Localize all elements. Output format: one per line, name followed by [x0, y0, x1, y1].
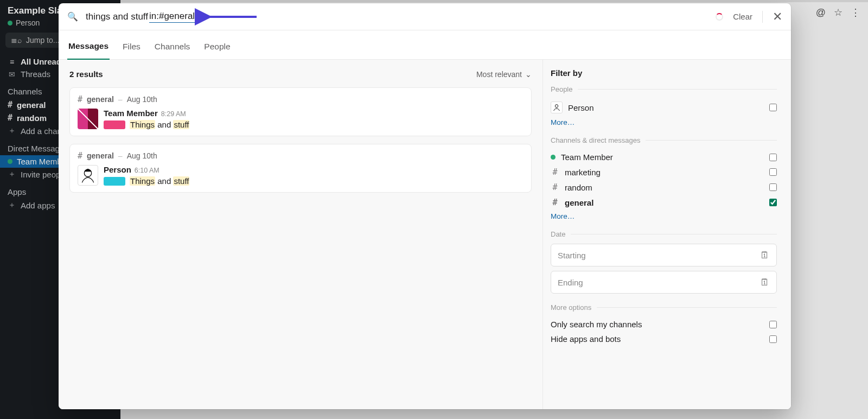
more-people[interactable]: More…	[551, 118, 575, 126]
checkbox[interactable]	[769, 183, 777, 191]
loading-spinner-icon	[716, 13, 723, 21]
checkbox[interactable]	[769, 321, 777, 328]
calendar-icon[interactable]: 🗓	[760, 277, 770, 288]
checkbox[interactable]	[769, 104, 777, 111]
hash-icon: #	[551, 198, 559, 207]
date-starting[interactable]: 🗓	[551, 244, 777, 266]
text-cursor-icon	[196, 11, 197, 22]
result-date: Aug 10th	[127, 95, 157, 104]
avatar	[78, 109, 98, 129]
attachment-chip-icon	[104, 177, 125, 186]
svg-point-2	[555, 105, 558, 107]
filters-pane: Filter by People Person More… Channels &…	[542, 60, 791, 409]
search-modifier: in:#general	[149, 11, 195, 23]
filter-channels-label: Channels & direct messages	[551, 136, 777, 144]
tab-people[interactable]: People	[203, 42, 231, 59]
hash-icon: #	[551, 167, 559, 177]
filter-title: Filter by	[551, 68, 777, 78]
search-icon: 🔍	[67, 11, 78, 22]
filter-person[interactable]: Person	[551, 99, 777, 116]
tab-files[interactable]: Files	[122, 42, 142, 59]
calendar-icon[interactable]: 🗓	[760, 250, 770, 261]
chevron-down-icon: ⌄	[525, 70, 532, 79]
tab-channels[interactable]: Channels	[154, 42, 192, 59]
presence-dot-icon	[551, 155, 556, 160]
result-date: Aug 10th	[127, 151, 157, 160]
result-text: Things and stuff	[130, 176, 189, 186]
checkbox[interactable]	[769, 199, 777, 206]
close-icon[interactable]: ✕	[773, 11, 782, 23]
filter-entry-general[interactable]: #general	[551, 195, 777, 210]
sort-dropdown[interactable]: Most relevant⌄	[476, 70, 532, 79]
clear-button[interactable]: Clear	[733, 12, 752, 21]
hash-icon: #	[551, 182, 559, 192]
filter-people-label: People	[551, 85, 777, 93]
date-ending-input[interactable]	[558, 278, 760, 287]
avatar-icon	[551, 101, 563, 113]
filter-only-my-channels[interactable]: Only search my channels	[551, 317, 777, 332]
checkbox[interactable]	[769, 154, 777, 161]
checkbox[interactable]	[769, 335, 777, 343]
attachment-chip-icon	[104, 120, 125, 129]
filter-date-label: Date	[551, 230, 777, 238]
filter-entry-marketing[interactable]: #marketing	[551, 164, 777, 180]
search-tabs: Messages Files Channels People	[59, 30, 791, 60]
more-channels[interactable]: More…	[551, 212, 575, 220]
search-result[interactable]: #general–Aug 10th Person6:10 AM Things a…	[69, 144, 532, 193]
annotation-arrow-icon	[205, 11, 257, 22]
search-modal: 🔍 things and stuff in:#general Clear ✕ M…	[59, 3, 791, 409]
tab-messages[interactable]: Messages	[67, 41, 110, 60]
date-starting-input[interactable]	[558, 251, 760, 260]
hash-icon: #	[78, 151, 82, 161]
filter-entry-random[interactable]: #random	[551, 180, 777, 195]
search-input[interactable]: things and stuff in:#general	[86, 11, 257, 23]
search-query-text: things and stuff	[86, 11, 148, 22]
filter-hide-apps-bots[interactable]: Hide apps and bots	[551, 332, 777, 346]
filter-entry-team-member[interactable]: Team Member	[551, 150, 777, 164]
result-time: 6:10 AM	[135, 167, 159, 174]
result-channel: general	[87, 151, 114, 160]
filter-more-options-label: More options	[551, 303, 777, 312]
hash-icon: #	[78, 94, 82, 104]
divider	[762, 11, 763, 23]
results-pane: 2 results Most relevant⌄ #general–Aug 10…	[59, 60, 542, 409]
date-ending[interactable]: 🗓	[551, 271, 777, 294]
result-author: Team Member	[104, 109, 158, 118]
search-result[interactable]: #general–Aug 10th Team Member8:29 AM Thi…	[69, 87, 532, 136]
avatar	[78, 165, 98, 186]
result-time: 8:29 AM	[161, 110, 186, 118]
checkbox[interactable]	[769, 168, 777, 176]
result-channel: general	[87, 95, 114, 104]
result-author: Person	[104, 165, 131, 174]
result-text: Things and stuff	[130, 120, 189, 129]
results-count: 2 results	[69, 69, 103, 79]
